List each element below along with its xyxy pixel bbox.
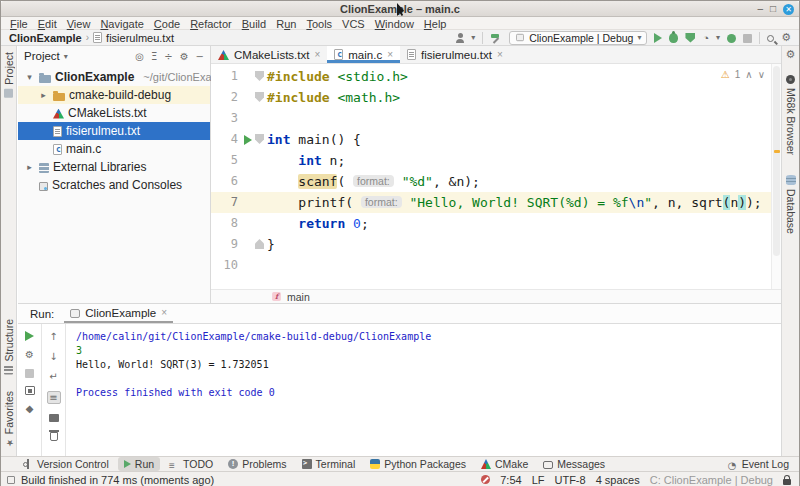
tool-strip-tab-project[interactable]: Project [3,52,15,98]
run-button[interactable] [654,33,662,43]
status-c-clionexample-debug[interactable]: C: ClionExample | Debug [650,474,773,486]
print-icon[interactable] [49,414,59,422]
hide-panel-icon[interactable]: − [196,51,204,62]
tab-main-c[interactable]: main.c× [327,46,400,63]
attach-process-button[interactable] [727,34,736,43]
toolwindow-run[interactable]: Run [118,457,160,471]
status-7-54[interactable]: 7:54 [500,474,521,486]
warning-stripe-mark[interactable] [774,150,780,153]
fold-icon[interactable] [255,92,264,102]
menu-build[interactable]: Build [237,18,271,30]
code-line-7[interactable]: 7 printf( format: "Hello, World! SQRT(%d… [211,192,771,213]
lock-icon[interactable] [783,479,791,485]
user-icon[interactable] [456,39,464,43]
tree-item-fisierulmeu-txt[interactable]: fisierulmeu.txt [18,122,210,140]
tool-strip-tab-m68k-browser[interactable]: M68k Browser [785,75,797,155]
console-output[interactable]: /home/calin/git/ClionExample/cmake-build… [66,324,781,456]
coverage-button[interactable] [685,33,695,43]
chevron-down-icon[interactable]: ▾ [471,33,475,42]
close-icon[interactable]: × [314,49,320,60]
soft-wrap-icon[interactable] [48,371,60,383]
status-lf[interactable]: LF [532,474,545,486]
menu-view[interactable]: View [62,18,96,30]
code-line-10[interactable]: 10 [211,255,771,276]
pin-tab-icon[interactable] [24,403,36,415]
settings-gear-icon[interactable]: ⚙ [180,51,189,62]
tab-fisierulmeu-txt[interactable]: fisierulmeu.txt× [400,46,510,63]
fold-icon[interactable] [255,134,264,144]
code-line-1[interactable]: 1#include <stdio.h> [211,66,771,87]
menu-run[interactable]: Run [271,18,301,30]
toolwindow-python-packages[interactable]: Python Packages [364,457,472,471]
menu-code[interactable]: Code [149,18,185,30]
expand-all-icon[interactable]: ÷ [164,51,172,62]
menu-tools[interactable]: Tools [301,18,337,30]
breadcrumb-item-fisierulmeu-txt[interactable]: fisierulmeu.txt [93,32,174,44]
debug-button[interactable] [669,33,678,43]
tree-item-scratches-and-consoles[interactable]: Scratches and Consoles [18,176,210,194]
code-lines[interactable]: 1#include <stdio.h>2#include <math.h>34i… [211,64,771,289]
code-line-2[interactable]: 2#include <math.h> [211,87,771,108]
fold-icon[interactable] [255,71,264,81]
code-line-3[interactable]: 3 [211,108,771,129]
close-icon[interactable]: × [161,307,167,318]
maximize-icon[interactable]: □ [770,2,776,16]
menu-window[interactable]: Window [370,18,419,30]
clear-all-icon[interactable] [50,432,58,441]
chevron-right-icon[interactable]: ▸ [24,162,35,172]
restore-layout-icon[interactable] [25,386,35,395]
build-hammer-button[interactable] [490,32,502,44]
stop-button[interactable] [25,369,34,378]
collapse-all-icon[interactable]: Ξ [151,51,157,62]
scroll-to-end-icon[interactable] [47,391,61,404]
code-line-8[interactable]: 8 return 0; [211,213,771,234]
menu-edit[interactable]: Edit [33,18,62,30]
tool-strip-tab-database[interactable]: Database [785,175,797,234]
menu-help[interactable]: Help [419,18,452,30]
scrollbar-thumb[interactable] [773,66,780,256]
close-icon[interactable]: × [387,49,393,60]
toolwindow-todo[interactable]: TODO [163,457,219,471]
toolwindow-version-control[interactable]: Version Control [17,457,115,471]
select-opened-file-icon[interactable]: ◎ [135,51,144,62]
editor-scrollbar[interactable] [771,64,781,289]
breadcrumb-function[interactable]: main [287,291,310,303]
chevron-right-icon[interactable]: ▸ [38,90,49,100]
toolwindow-terminal[interactable]: Terminal [296,457,362,471]
tree-item-clionexample[interactable]: ▾ClionExample~/git/ClionExample [18,68,210,86]
tree-item-external-libraries[interactable]: ▸External Libraries [18,158,210,176]
chevron-down-icon[interactable]: ▾ [716,33,720,42]
minimize-icon[interactable]: – [757,2,763,16]
fold-icon[interactable] [255,239,264,249]
chevron-down-icon[interactable]: ▾ [64,52,68,61]
profiler-button[interactable]: ◔ [702,32,709,44]
code-line-4[interactable]: 4int main() { [211,129,771,150]
up-stack-trace-icon[interactable] [48,331,60,343]
status-4-spaces[interactable]: 4 spaces [596,474,640,486]
toolwindow-cmake[interactable]: CMake [475,457,534,471]
toolwindow-messages[interactable]: Messages [537,457,611,471]
tree-item-cmake-build-debug[interactable]: ▸cmake-build-debug [18,86,210,104]
tool-strip-tab-structure[interactable]: Structure [3,319,15,375]
menu-navigate[interactable]: Navigate [95,18,148,30]
chevron-down-icon[interactable]: ▾ [24,72,35,82]
event-log-button[interactable]: Event Log [722,457,799,471]
status-utf-8[interactable]: UTF-8 [554,474,585,486]
run-config-select[interactable]: ClionExample | Debug ▾ [509,31,647,45]
code-line-6[interactable]: 6 scanf( format: "%d", &n); [211,171,771,192]
toolwindow-toggle-icon[interactable] [7,476,15,484]
editor-options-gear-icon[interactable]: ⚙ [786,49,796,61]
settings-gear-icon[interactable]: ⚙ [781,32,791,44]
run-settings-icon[interactable] [24,349,36,361]
run-arrow-icon[interactable] [244,135,252,145]
code-line-5[interactable]: 5 int n; [211,150,771,171]
breadcrumb-item-clionexample[interactable]: ClionExample [9,32,82,44]
run-tab[interactable]: ClionExample × [64,304,173,323]
tool-strip-tab-favorites[interactable]: Favorites [3,391,15,448]
project-panel-title[interactable]: Project [24,50,60,62]
tree-item-main-c[interactable]: main.c [18,140,210,158]
stop-button[interactable] [743,34,752,43]
toolwindow-problems[interactable]: Problems [222,457,292,471]
search-icon[interactable] [767,35,774,42]
menu-refactor[interactable]: Refactor [185,18,237,30]
